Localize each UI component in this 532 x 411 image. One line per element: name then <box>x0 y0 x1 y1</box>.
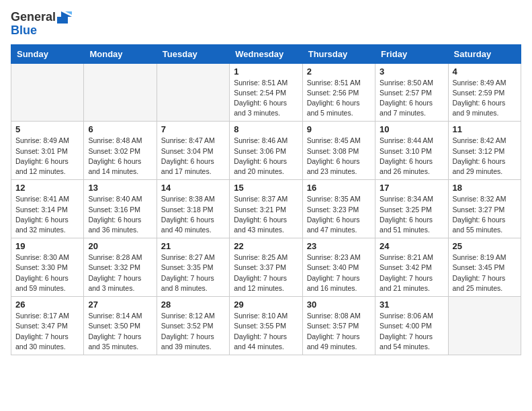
day-number: 1 <box>234 66 298 77</box>
day-info: Sunrise: 8:32 AM Sunset: 3:27 PM Dayligh… <box>453 194 517 235</box>
calendar-cell: 15Sunrise: 8:37 AM Sunset: 3:21 PM Dayli… <box>230 180 302 238</box>
week-row-2: 5Sunrise: 8:49 AM Sunset: 3:01 PM Daylig… <box>11 122 521 180</box>
calendar-body: 1Sunrise: 8:51 AM Sunset: 2:54 PM Daylig… <box>11 63 521 355</box>
day-number: 22 <box>234 241 298 251</box>
day-info: Sunrise: 8:10 AM Sunset: 3:55 PM Dayligh… <box>234 311 298 352</box>
day-info: Sunrise: 8:35 AM Sunset: 3:23 PM Dayligh… <box>307 194 371 235</box>
day-number: 30 <box>307 300 371 310</box>
day-info: Sunrise: 8:47 AM Sunset: 3:04 PM Dayligh… <box>161 136 225 177</box>
day-number: 26 <box>15 300 79 310</box>
day-number: 18 <box>453 183 517 193</box>
weekday-header-friday: Friday <box>375 44 448 63</box>
calendar-cell: 19Sunrise: 8:30 AM Sunset: 3:30 PM Dayli… <box>11 238 84 297</box>
calendar-cell: 13Sunrise: 8:40 AM Sunset: 3:16 PM Dayli… <box>84 180 157 238</box>
calendar-cell: 4Sunrise: 8:49 AM Sunset: 2:59 PM Daylig… <box>448 63 521 122</box>
day-info: Sunrise: 8:34 AM Sunset: 3:25 PM Dayligh… <box>380 194 443 235</box>
calendar-cell: 27Sunrise: 8:14 AM Sunset: 3:50 PM Dayli… <box>84 297 157 355</box>
day-info: Sunrise: 8:44 AM Sunset: 3:10 PM Dayligh… <box>380 136 443 177</box>
calendar-cell: 23Sunrise: 8:23 AM Sunset: 3:40 PM Dayli… <box>302 238 375 297</box>
weekday-header-saturday: Saturday <box>448 44 521 63</box>
day-number: 24 <box>380 241 443 251</box>
day-number: 9 <box>307 124 371 134</box>
calendar-cell: 21Sunrise: 8:27 AM Sunset: 3:35 PM Dayli… <box>157 238 229 297</box>
day-info: Sunrise: 8:50 AM Sunset: 2:57 PM Dayligh… <box>380 78 443 119</box>
page-header: General Blue <box>11 11 521 38</box>
day-info: Sunrise: 8:25 AM Sunset: 3:37 PM Dayligh… <box>234 253 298 293</box>
calendar-table: SundayMondayTuesdayWednesdayThursdayFrid… <box>11 44 521 355</box>
weekday-row: SundayMondayTuesdayWednesdayThursdayFrid… <box>11 44 521 63</box>
weekday-header-sunday: Sunday <box>11 44 84 63</box>
day-number: 7 <box>161 124 225 134</box>
calendar-cell: 30Sunrise: 8:08 AM Sunset: 3:57 PM Dayli… <box>302 297 375 355</box>
weekday-header-tuesday: Tuesday <box>157 44 229 63</box>
day-number: 4 <box>453 66 517 77</box>
calendar-cell <box>157 63 229 122</box>
calendar-cell: 10Sunrise: 8:44 AM Sunset: 3:10 PM Dayli… <box>375 122 448 180</box>
day-info: Sunrise: 8:17 AM Sunset: 3:47 PM Dayligh… <box>15 311 79 352</box>
day-info: Sunrise: 8:14 AM Sunset: 3:50 PM Dayligh… <box>88 311 152 352</box>
calendar-cell: 20Sunrise: 8:28 AM Sunset: 3:32 PM Dayli… <box>84 238 157 297</box>
calendar-cell: 6Sunrise: 8:48 AM Sunset: 3:02 PM Daylig… <box>84 122 157 180</box>
day-info: Sunrise: 8:40 AM Sunset: 3:16 PM Dayligh… <box>88 194 152 235</box>
day-info: Sunrise: 8:12 AM Sunset: 3:52 PM Dayligh… <box>161 311 225 352</box>
weekday-header-monday: Monday <box>84 44 157 63</box>
day-info: Sunrise: 8:19 AM Sunset: 3:45 PM Dayligh… <box>453 253 517 293</box>
week-row-1: 1Sunrise: 8:51 AM Sunset: 2:54 PM Daylig… <box>11 63 521 122</box>
calendar-cell: 22Sunrise: 8:25 AM Sunset: 3:37 PM Dayli… <box>230 238 302 297</box>
calendar-cell: 8Sunrise: 8:46 AM Sunset: 3:06 PM Daylig… <box>230 122 302 180</box>
weekday-header-thursday: Thursday <box>302 44 375 63</box>
day-number: 20 <box>88 241 152 251</box>
day-info: Sunrise: 8:23 AM Sunset: 3:40 PM Dayligh… <box>307 253 371 293</box>
calendar-header: SundayMondayTuesdayWednesdayThursdayFrid… <box>11 44 521 63</box>
day-number: 11 <box>453 124 517 134</box>
logo: General Blue <box>11 11 72 38</box>
calendar-cell <box>84 63 157 122</box>
day-number: 27 <box>88 300 152 310</box>
day-info: Sunrise: 8:45 AM Sunset: 3:08 PM Dayligh… <box>307 136 371 177</box>
calendar-cell: 11Sunrise: 8:42 AM Sunset: 3:12 PM Dayli… <box>448 122 521 180</box>
calendar-cell: 1Sunrise: 8:51 AM Sunset: 2:54 PM Daylig… <box>230 63 302 122</box>
day-info: Sunrise: 8:37 AM Sunset: 3:21 PM Dayligh… <box>234 194 298 235</box>
day-number: 15 <box>234 183 298 193</box>
day-number: 13 <box>88 183 152 193</box>
day-number: 31 <box>380 300 443 310</box>
logo-chevron-icon <box>57 11 72 24</box>
calendar-cell <box>448 297 521 355</box>
calendar-cell <box>11 63 84 122</box>
day-info: Sunrise: 8:27 AM Sunset: 3:35 PM Dayligh… <box>161 253 225 293</box>
day-number: 29 <box>234 300 298 310</box>
week-row-3: 12Sunrise: 8:41 AM Sunset: 3:14 PM Dayli… <box>11 180 521 238</box>
day-info: Sunrise: 8:51 AM Sunset: 2:56 PM Dayligh… <box>307 78 371 119</box>
day-number: 2 <box>307 66 371 77</box>
calendar-cell: 28Sunrise: 8:12 AM Sunset: 3:52 PM Dayli… <box>157 297 229 355</box>
day-number: 14 <box>161 183 225 193</box>
day-info: Sunrise: 8:28 AM Sunset: 3:32 PM Dayligh… <box>88 253 152 293</box>
calendar-cell: 29Sunrise: 8:10 AM Sunset: 3:55 PM Dayli… <box>230 297 302 355</box>
day-number: 21 <box>161 241 225 251</box>
day-info: Sunrise: 8:06 AM Sunset: 4:00 PM Dayligh… <box>380 311 443 352</box>
day-info: Sunrise: 8:30 AM Sunset: 3:30 PM Dayligh… <box>15 253 79 293</box>
day-number: 17 <box>380 183 443 193</box>
day-number: 23 <box>307 241 371 251</box>
day-number: 8 <box>234 124 298 134</box>
day-info: Sunrise: 8:38 AM Sunset: 3:18 PM Dayligh… <box>161 194 225 235</box>
calendar-cell: 5Sunrise: 8:49 AM Sunset: 3:01 PM Daylig… <box>11 122 84 180</box>
day-info: Sunrise: 8:08 AM Sunset: 3:57 PM Dayligh… <box>307 311 371 352</box>
calendar-cell: 2Sunrise: 8:51 AM Sunset: 2:56 PM Daylig… <box>302 63 375 122</box>
day-number: 5 <box>15 124 79 134</box>
calendar-cell: 9Sunrise: 8:45 AM Sunset: 3:08 PM Daylig… <box>302 122 375 180</box>
calendar-cell: 7Sunrise: 8:47 AM Sunset: 3:04 PM Daylig… <box>157 122 229 180</box>
day-info: Sunrise: 8:49 AM Sunset: 3:01 PM Dayligh… <box>15 136 79 177</box>
day-number: 10 <box>380 124 443 134</box>
week-row-5: 26Sunrise: 8:17 AM Sunset: 3:47 PM Dayli… <box>11 297 521 355</box>
calendar-cell: 16Sunrise: 8:35 AM Sunset: 3:23 PM Dayli… <box>302 180 375 238</box>
day-number: 6 <box>88 124 152 134</box>
day-number: 28 <box>161 300 225 310</box>
day-number: 3 <box>380 66 443 77</box>
calendar-cell: 24Sunrise: 8:21 AM Sunset: 3:42 PM Dayli… <box>375 238 448 297</box>
day-number: 25 <box>453 241 517 251</box>
day-info: Sunrise: 8:49 AM Sunset: 2:59 PM Dayligh… <box>453 78 517 119</box>
day-info: Sunrise: 8:51 AM Sunset: 2:54 PM Dayligh… <box>234 78 298 119</box>
day-info: Sunrise: 8:48 AM Sunset: 3:02 PM Dayligh… <box>88 136 152 177</box>
calendar-cell: 12Sunrise: 8:41 AM Sunset: 3:14 PM Dayli… <box>11 180 84 238</box>
